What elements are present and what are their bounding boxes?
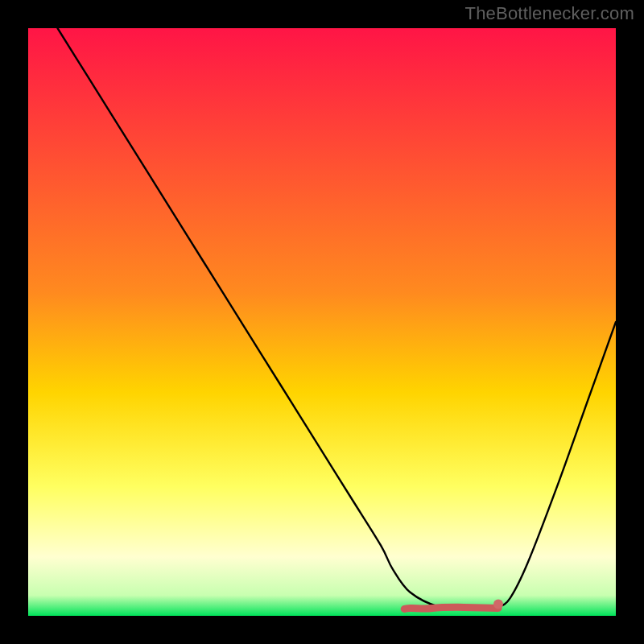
marker-dot-icon: [493, 599, 503, 609]
plot-area: [28, 28, 616, 616]
chart-container: TheBottlenecker.com: [0, 0, 644, 644]
flat-region-marker: [404, 607, 498, 609]
bottleneck-curve: [58, 28, 617, 609]
chart-svg: [28, 28, 616, 616]
attribution-text: TheBottlenecker.com: [465, 3, 634, 24]
